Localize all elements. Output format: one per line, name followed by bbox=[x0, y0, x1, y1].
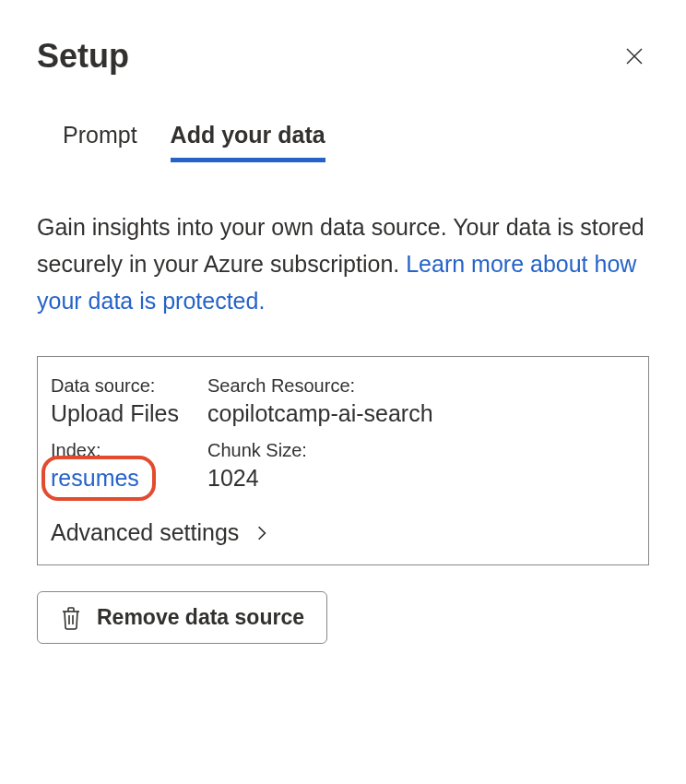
index-value-wrap: resumes bbox=[51, 465, 207, 492]
data-source-grid: Data source: Search Resource: Upload Fil… bbox=[51, 375, 635, 492]
page-title: Setup bbox=[37, 37, 129, 76]
data-source-panel: Data source: Search Resource: Upload Fil… bbox=[37, 356, 649, 565]
chunk-size-value: 1024 bbox=[207, 465, 635, 492]
tab-list: Prompt Add your data bbox=[37, 122, 649, 162]
data-source-value: Upload Files bbox=[51, 400, 207, 427]
search-resource-value: copilotcamp-ai-search bbox=[207, 400, 635, 427]
index-link[interactable]: resumes bbox=[51, 465, 139, 491]
close-button[interactable] bbox=[620, 42, 649, 71]
advanced-settings-toggle[interactable]: Advanced settings bbox=[51, 514, 635, 546]
description-text: Gain insights into your own data source.… bbox=[37, 208, 649, 319]
trash-icon bbox=[60, 606, 82, 630]
chevron-right-icon bbox=[254, 525, 270, 541]
tab-add-your-data[interactable]: Add your data bbox=[171, 122, 325, 162]
search-resource-label: Search Resource: bbox=[207, 375, 635, 397]
close-icon bbox=[623, 45, 645, 67]
tab-prompt[interactable]: Prompt bbox=[63, 122, 137, 162]
remove-data-source-button[interactable]: Remove data source bbox=[37, 591, 327, 644]
index-label: Index: bbox=[51, 440, 207, 461]
chunk-size-label: Chunk Size: bbox=[207, 440, 635, 461]
advanced-settings-label: Advanced settings bbox=[51, 519, 239, 546]
data-source-label: Data source: bbox=[51, 375, 207, 397]
panel-header: Setup bbox=[37, 37, 649, 76]
remove-button-label: Remove data source bbox=[97, 605, 304, 630]
